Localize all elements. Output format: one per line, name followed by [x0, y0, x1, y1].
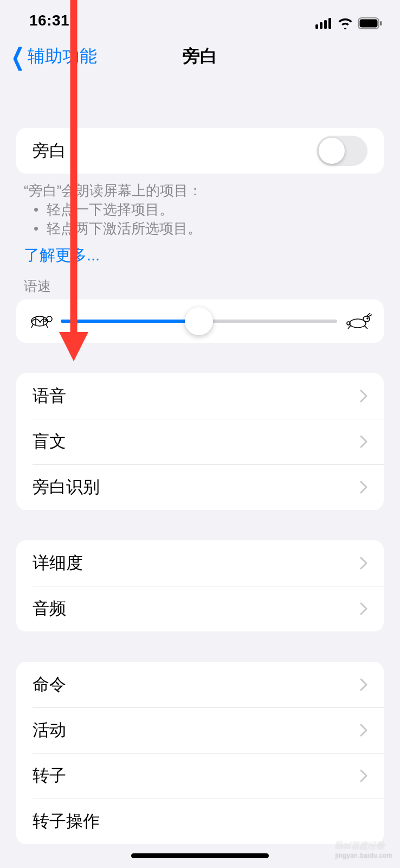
row-commands[interactable]: 命令 — [16, 662, 384, 707]
nav-bar: ❮ 辅助功能 旁白 — [0, 33, 400, 80]
voiceover-description: “旁白”会朗读屏幕上的项目： • 轻点一下选择项目。 • 轻点两下激活所选项目。 — [0, 174, 400, 238]
cellular-icon — [315, 18, 333, 29]
tortoise-icon — [28, 312, 53, 330]
chevron-left-icon: ❮ — [11, 43, 25, 71]
voiceover-toggle[interactable] — [317, 136, 367, 166]
row-audio[interactable]: 音频 — [16, 586, 384, 631]
group-verbosity-audio: 详细度 音频 — [16, 540, 384, 631]
chevron-right-icon — [360, 390, 367, 403]
watermark: Bai百度经验 jingyan.baidu.com — [336, 839, 392, 859]
speed-slider-row — [16, 299, 384, 343]
svg-rect-3 — [328, 18, 331, 29]
row-rotor-actions[interactable]: 转子操作 — [16, 799, 384, 844]
back-label: 辅助功能 — [28, 44, 97, 68]
chevron-right-icon — [360, 557, 367, 570]
row-verbosity[interactable]: 详细度 — [16, 540, 384, 586]
speed-slider[interactable] — [61, 320, 337, 323]
chevron-right-icon — [360, 602, 367, 615]
status-bar: 16:31 — [0, 0, 400, 33]
svg-rect-5 — [360, 20, 378, 28]
chevron-right-icon — [360, 481, 367, 494]
group-voice-braille: 语音 盲文 旁白识别 — [16, 373, 384, 510]
group-commands: 命令 活动 转子 转子操作 — [16, 662, 384, 844]
chevron-right-icon — [360, 435, 367, 448]
svg-point-11 — [367, 318, 368, 319]
row-braille[interactable]: 盲文 — [16, 419, 384, 464]
chevron-right-icon — [360, 769, 367, 782]
home-indicator — [131, 853, 269, 858]
svg-rect-1 — [320, 22, 322, 29]
row-activity[interactable]: 活动 — [16, 707, 384, 753]
svg-rect-6 — [380, 21, 382, 25]
chevron-right-icon — [360, 724, 367, 737]
group-speed — [16, 299, 384, 343]
learn-more-link[interactable]: 了解更多... — [0, 238, 400, 266]
status-icons — [315, 17, 383, 29]
wifi-icon — [337, 17, 353, 29]
row-voiceover-recognition[interactable]: 旁白识别 — [16, 464, 384, 510]
back-button[interactable]: ❮ 辅助功能 — [8, 43, 97, 71]
chevron-right-icon — [360, 678, 367, 691]
row-voiceover-toggle[interactable]: 旁白 — [16, 128, 384, 174]
toggle-label: 旁白 — [33, 139, 317, 162]
status-time: 16:31 — [29, 12, 69, 29]
row-rotor[interactable]: 转子 — [16, 753, 384, 799]
hare-icon — [345, 312, 372, 330]
speed-header: 语速 — [0, 266, 400, 297]
svg-rect-0 — [315, 24, 318, 29]
slider-thumb[interactable] — [185, 307, 213, 335]
svg-point-10 — [363, 316, 370, 322]
row-voice[interactable]: 语音 — [16, 373, 384, 419]
group-voiceover-toggle: 旁白 — [16, 128, 384, 174]
svg-rect-2 — [324, 20, 327, 29]
battery-icon — [358, 17, 383, 29]
